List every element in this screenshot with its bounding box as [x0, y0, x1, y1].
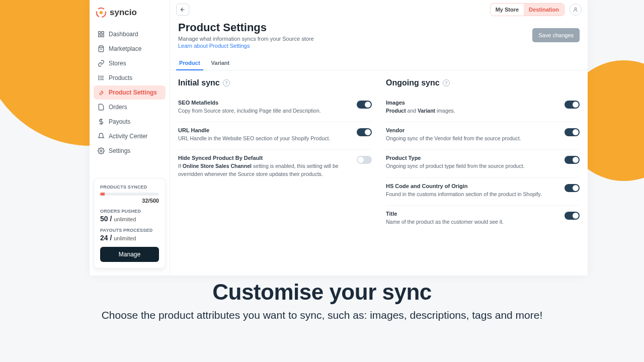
nav-label: Dashboard: [109, 31, 138, 38]
stat-synced-label: PRODUCTS SYNCED: [100, 185, 159, 190]
store-chip-mystore[interactable]: My Store: [491, 4, 524, 16]
nav-stores[interactable]: Stores: [94, 56, 166, 70]
svg-point-10: [99, 77, 99, 78]
setting-seo-metafields: SEO Metafields Copy from Source store, i…: [178, 95, 372, 122]
brand-logo: syncio: [94, 5, 166, 25]
setting-product-type: Product Type Ongoing sync of product typ…: [386, 150, 580, 177]
page-subtitle: Manage what information syncs from your …: [178, 36, 526, 42]
main-content: My Store Destination Product Settings Ma…: [170, 0, 588, 276]
promo-text: Choose the product attributes you want t…: [0, 308, 644, 323]
setting-desc: Name of the product as the customer woul…: [386, 218, 558, 226]
bag-icon: [98, 45, 105, 52]
initial-sync-heading: Initial sync: [178, 78, 220, 87]
topbar: My Store Destination: [170, 0, 588, 19]
setting-title: SEO Metafields: [178, 100, 351, 106]
brand-name: syncio: [110, 8, 137, 18]
list-icon: [98, 74, 105, 81]
sidebar-nav: Dashboard Marketplace Stores Products Pr…: [94, 27, 166, 178]
toggle-hs-code[interactable]: [565, 184, 580, 192]
svg-point-1: [100, 11, 103, 14]
store-switcher[interactable]: My Store Destination: [490, 3, 565, 16]
setting-title: Vendor: [386, 127, 558, 133]
toggle-seo-metafields[interactable]: [357, 101, 372, 109]
setting-images: Images Product and Variant images.: [386, 95, 580, 122]
manage-button[interactable]: Manage: [100, 247, 159, 262]
svg-point-11: [99, 79, 99, 80]
svg-rect-2: [99, 32, 101, 34]
setting-vendor: Vendor Ongoing sync of the Vendor field …: [386, 122, 580, 150]
nav-label: Product Settings: [109, 89, 157, 96]
nav-label: Stores: [109, 60, 126, 67]
setting-desc: If Online Store Sales Channel setting is…: [178, 162, 351, 177]
nav-payouts[interactable]: Payouts: [94, 115, 166, 129]
promo-section: Customise your sync Choose the product a…: [0, 280, 644, 323]
link-icon: [98, 60, 105, 67]
setting-desc: Found in the customs information section…: [386, 191, 558, 198]
settings-columns: Initial sync ? SEO Metafields Copy from …: [170, 70, 588, 276]
nav-dashboard[interactable]: Dashboard: [94, 27, 166, 41]
col-ongoing-sync: Ongoing sync ? Images Product and Varian…: [386, 78, 580, 267]
setting-hide-synced: Hide Synced Product By Default If Online…: [178, 150, 372, 185]
stat-payouts-value: 24 / unlimited: [100, 234, 159, 242]
gear-icon: [98, 147, 105, 154]
page-header: Product Settings Manage what information…: [170, 19, 588, 54]
nav-orders[interactable]: Orders: [94, 100, 166, 114]
help-icon[interactable]: ?: [443, 79, 450, 86]
setting-title: HS Code and Country of Origin: [386, 183, 558, 189]
synced-progress-bar: [100, 193, 159, 196]
nav-products[interactable]: Products: [94, 71, 166, 85]
nav-marketplace[interactable]: Marketplace: [94, 42, 166, 56]
wrench-icon: [98, 89, 105, 96]
nav-activity[interactable]: Activity Center: [94, 129, 166, 143]
setting-title: Product Type: [386, 155, 558, 161]
nav-label: Marketplace: [109, 45, 141, 52]
toggle-vendor[interactable]: [565, 128, 580, 136]
stat-payouts-label: PAYOUTS PROCESSED: [100, 228, 159, 233]
nav-label: Orders: [109, 104, 127, 111]
user-avatar[interactable]: [570, 4, 582, 16]
toggle-title[interactable]: [565, 212, 580, 220]
nav-label: Settings: [109, 147, 130, 154]
promo-heading: Customise your sync: [0, 280, 644, 305]
bell-icon: [98, 133, 105, 140]
nav-settings[interactable]: Settings: [94, 144, 166, 158]
save-button[interactable]: Save changes: [532, 28, 580, 42]
store-chip-destination[interactable]: Destination: [524, 4, 564, 16]
svg-point-15: [575, 8, 577, 10]
setting-desc: Ongoing sync of product type field from …: [386, 162, 558, 170]
back-button[interactable]: [176, 4, 189, 16]
svg-rect-4: [99, 35, 101, 37]
setting-desc: URL Handle in the Website SEO section of…: [178, 135, 351, 142]
setting-title-sync: Title Name of the product as the custome…: [386, 206, 580, 233]
page-title: Product Settings: [178, 21, 526, 34]
setting-hs-code: HS Code and Country of Origin Found in t…: [386, 178, 580, 206]
learn-link[interactable]: Learn about Product Settings: [178, 43, 526, 49]
nav-label: Payouts: [109, 118, 130, 125]
syncio-logo-icon: [96, 7, 107, 18]
toggle-url-handle[interactable]: [357, 128, 372, 136]
nav-product-settings[interactable]: Product Settings: [94, 85, 166, 100]
toggle-product-type[interactable]: [565, 156, 580, 164]
grid-icon: [98, 31, 105, 38]
help-icon[interactable]: ?: [223, 79, 230, 86]
svg-rect-3: [102, 32, 104, 34]
stat-synced-value: 32/500: [100, 198, 159, 204]
stat-orders-label: ORDERS PUSHED: [100, 209, 159, 214]
setting-title: Images: [386, 100, 558, 106]
toggle-hide-synced[interactable]: [357, 156, 372, 164]
tab-product[interactable]: Product: [178, 56, 201, 70]
sidebar: syncio Dashboard Marketplace Stores Prod…: [90, 0, 170, 276]
nav-label: Products: [109, 74, 132, 81]
setting-title: Hide Synced Product By Default: [178, 155, 351, 161]
ongoing-sync-heading: Ongoing sync: [386, 78, 440, 87]
stat-orders-value: 50 / unlimited: [100, 215, 159, 223]
setting-desc: Copy from Source store, including Page t…: [178, 107, 351, 115]
toggle-images[interactable]: [565, 101, 580, 109]
svg-point-13: [100, 150, 102, 152]
tabs: Product Variant: [170, 56, 588, 70]
setting-desc: Ongoing sync of the Vendor field from th…: [386, 135, 558, 142]
setting-title: URL Handle: [178, 127, 351, 133]
svg-rect-5: [102, 35, 104, 37]
tab-variant[interactable]: Variant: [210, 56, 231, 70]
nav-label: Activity Center: [109, 133, 147, 140]
